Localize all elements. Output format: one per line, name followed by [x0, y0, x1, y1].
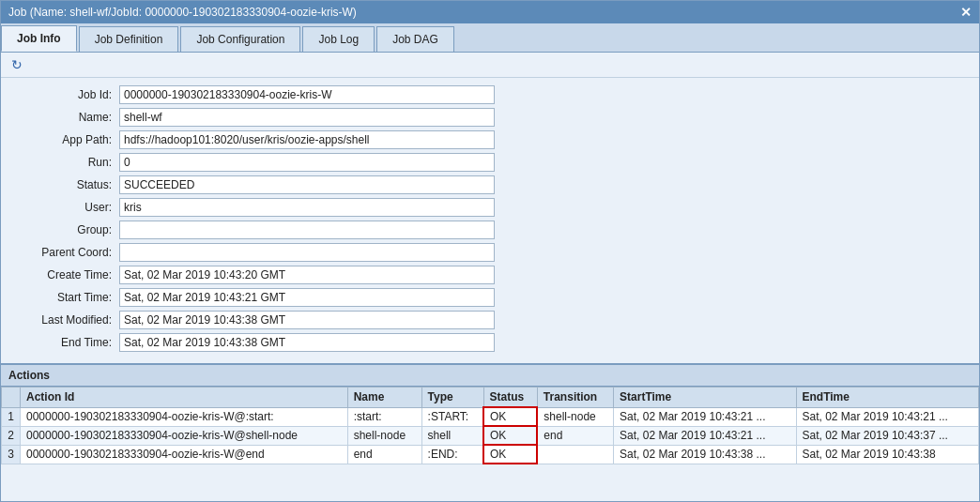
- refresh-icon[interactable]: ↻: [8, 56, 25, 73]
- status-cell: OK: [483, 407, 537, 426]
- form-row: Create Time:: [16, 266, 964, 284]
- form-label: Start Time:: [16, 291, 119, 304]
- form-row: Group:: [16, 221, 964, 239]
- tab-job-log[interactable]: Job Log: [302, 26, 375, 52]
- form-label: Group:: [16, 223, 119, 236]
- form-field[interactable]: [119, 130, 495, 149]
- form-row: Status:: [16, 175, 964, 194]
- transition-cell: [537, 445, 613, 464]
- tab-job-configuration[interactable]: Job Configuration: [180, 26, 300, 52]
- type-cell: :START:: [421, 407, 483, 426]
- form-field[interactable]: [119, 175, 495, 194]
- form-label: Status:: [16, 178, 119, 191]
- form-field[interactable]: [119, 288, 495, 307]
- table-header-row: Action Id Name Type Status Transition St…: [2, 388, 979, 408]
- col-end-time: EndTime: [796, 388, 979, 408]
- form-row: Run:: [16, 153, 964, 172]
- status-cell: OK: [483, 445, 537, 464]
- end-time-cell: Sat, 02 Mar 2019 10:43:37 ...: [796, 426, 979, 445]
- form-label: Name:: [16, 111, 119, 124]
- form-label: User:: [16, 201, 119, 214]
- actions-section: Actions Action Id Name Type Status Trans…: [1, 363, 979, 501]
- form-label: Run:: [16, 156, 119, 169]
- actions-table: Action Id Name Type Status Transition St…: [1, 387, 979, 464]
- type-cell: shell: [421, 426, 483, 445]
- form-label: Job Id:: [16, 88, 119, 101]
- tab-job-info[interactable]: Job Info: [1, 25, 77, 52]
- form-row: Start Time:: [16, 288, 964, 307]
- content-area: ↻ Job Id:Name:App Path:Run:Status:User:G…: [1, 53, 979, 501]
- form-row: Last Modified:: [16, 311, 964, 329]
- tab-bar: Job Info Job Definition Job Configuratio…: [1, 23, 979, 53]
- col-start-time: StartTime: [614, 388, 796, 408]
- tab-job-dag[interactable]: Job DAG: [376, 26, 454, 52]
- col-transition: Transition: [537, 388, 613, 408]
- col-status: Status: [483, 388, 537, 408]
- action-id-cell: 0000000-190302183330904-oozie-kris-W@:st…: [21, 407, 348, 426]
- name-cell: shell-node: [347, 426, 421, 445]
- form-label: Parent Coord:: [16, 246, 119, 259]
- row-number: 3: [2, 445, 21, 464]
- end-time-cell: Sat, 02 Mar 2019 10:43:21 ...: [796, 407, 979, 426]
- start-time-cell: Sat, 02 Mar 2019 10:43:21 ...: [614, 426, 796, 445]
- col-name: Name: [347, 388, 421, 408]
- table-row[interactable]: 20000000-190302183330904-oozie-kris-W@sh…: [2, 426, 979, 445]
- job-info-form: Job Id:Name:App Path:Run:Status:User:Gro…: [1, 78, 979, 363]
- status-cell: OK: [483, 426, 537, 445]
- col-type: Type: [421, 388, 483, 408]
- name-cell: end: [347, 445, 421, 464]
- col-action-id: Action Id: [21, 388, 348, 408]
- table-row[interactable]: 30000000-190302183330904-oozie-kris-W@en…: [2, 445, 979, 464]
- action-id-cell: 0000000-190302183330904-oozie-kris-W@end: [21, 445, 348, 464]
- form-label: Create Time:: [16, 268, 119, 281]
- type-cell: :END:: [421, 445, 483, 464]
- start-time-cell: Sat, 02 Mar 2019 10:43:21 ...: [614, 407, 796, 426]
- form-field[interactable]: [119, 243, 495, 262]
- form-label: App Path:: [16, 133, 119, 146]
- transition-cell: shell-node: [537, 407, 613, 426]
- form-row: End Time:: [16, 333, 964, 352]
- actions-header: Actions: [1, 365, 979, 387]
- form-label: End Time:: [16, 336, 119, 349]
- start-time-cell: Sat, 02 Mar 2019 10:43:38 ...: [614, 445, 796, 464]
- name-cell: :start:: [347, 407, 421, 426]
- form-field[interactable]: [119, 85, 495, 104]
- form-field[interactable]: [119, 311, 495, 329]
- close-button[interactable]: ✕: [960, 5, 972, 20]
- title-bar: Job (Name: shell-wf/JobId: 0000000-19030…: [1, 1, 979, 23]
- form-row: Job Id:: [16, 85, 964, 104]
- end-time-cell: Sat, 02 Mar 2019 10:43:38: [796, 445, 979, 464]
- form-row: Parent Coord:: [16, 243, 964, 262]
- form-row: Name:: [16, 108, 964, 127]
- table-row[interactable]: 10000000-190302183330904-oozie-kris-W@:s…: [2, 407, 979, 426]
- transition-cell: end: [537, 426, 613, 445]
- form-field[interactable]: [119, 221, 495, 239]
- form-row: User:: [16, 198, 964, 217]
- form-field[interactable]: [119, 153, 495, 172]
- action-id-cell: 0000000-190302183330904-oozie-kris-W@she…: [21, 426, 348, 445]
- row-number: 2: [2, 426, 21, 445]
- form-field[interactable]: [119, 198, 495, 217]
- form-field[interactable]: [119, 266, 495, 284]
- col-num: [2, 388, 21, 408]
- form-field[interactable]: [119, 333, 495, 352]
- form-row: App Path:: [16, 130, 964, 149]
- refresh-bar: ↻: [1, 53, 979, 78]
- row-number: 1: [2, 407, 21, 426]
- window-title: Job (Name: shell-wf/JobId: 0000000-19030…: [8, 6, 357, 19]
- main-window: Job (Name: shell-wf/JobId: 0000000-19030…: [0, 0, 980, 502]
- tab-job-definition[interactable]: Job Definition: [79, 26, 179, 52]
- form-field[interactable]: [119, 108, 495, 127]
- form-label: Last Modified:: [16, 313, 119, 327]
